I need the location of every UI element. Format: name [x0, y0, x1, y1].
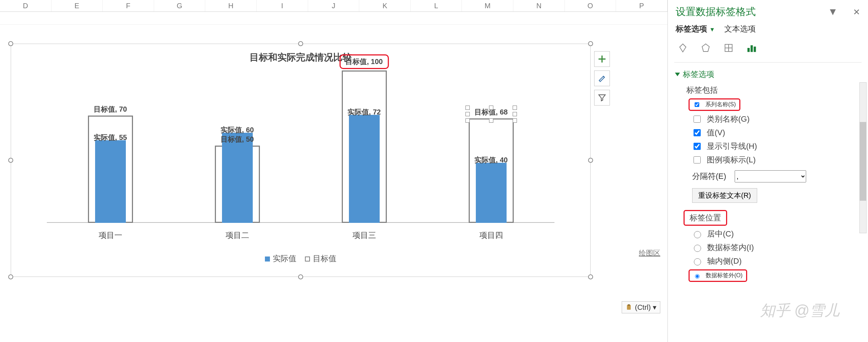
- category-label[interactable]: 项目二: [202, 230, 273, 241]
- reset-label-text-button[interactable]: 重设标签文本(R): [692, 188, 757, 203]
- target-data-label[interactable]: 目标值, 70: [94, 104, 127, 114]
- checkbox-input[interactable]: [694, 143, 701, 150]
- checkbox-value[interactable]: 值(V): [692, 127, 860, 138]
- chart-title[interactable]: 目标和实际完成情况比较: [11, 51, 590, 64]
- chart-elements-button[interactable]: [594, 51, 610, 67]
- actual-bar[interactable]: [95, 140, 126, 223]
- bar-group[interactable]: 目标值, 50实际值, 60项目二: [174, 73, 301, 223]
- pane-title: 设置数据标签格式: [676, 5, 756, 19]
- worksheet[interactable]: D E F G H I J K L M N O P: [0, 0, 667, 342]
- col-head[interactable]: F: [103, 0, 154, 11]
- checkbox-show-leader[interactable]: 显示引导线(H): [692, 141, 860, 152]
- radio-inside-base[interactable]: 轴内侧(D): [692, 256, 860, 267]
- col-head[interactable]: M: [462, 0, 513, 11]
- resize-handle[interactable]: [8, 158, 13, 163]
- resize-handle[interactable]: [588, 158, 593, 163]
- category-label[interactable]: 项目三: [329, 230, 400, 241]
- close-pane-button[interactable]: ✕: [853, 7, 860, 17]
- checkbox-input[interactable]: [694, 116, 701, 123]
- checkbox-legend-key[interactable]: 图例项标示(L): [692, 155, 860, 165]
- column-headers[interactable]: D E F G H I J K L M N O P: [0, 0, 667, 12]
- bar-group[interactable]: 目标值, 68实际值, 40项目四: [428, 73, 554, 223]
- resize-handle[interactable]: [298, 41, 303, 46]
- col-head[interactable]: P: [616, 0, 667, 11]
- resize-handle[interactable]: [588, 41, 593, 46]
- label-selection-handle[interactable]: [465, 118, 470, 123]
- col-head[interactable]: E: [51, 0, 103, 11]
- legend-label: 实际值: [273, 254, 296, 263]
- label-options-icon[interactable]: [744, 41, 759, 55]
- svg-rect-3: [628, 304, 630, 306]
- plotarea-link[interactable]: 绘图区: [639, 248, 660, 258]
- radio-input[interactable]: [694, 231, 701, 238]
- radio-inside-end[interactable]: 数据标签内(I): [692, 242, 860, 253]
- col-head[interactable]: I: [257, 0, 308, 11]
- actual-data-label[interactable]: 实际值, 72: [347, 107, 381, 117]
- label-selection-handle[interactable]: [489, 118, 493, 123]
- category-label[interactable]: 项目一: [75, 230, 146, 241]
- chart-object[interactable]: 目标和实际完成情况比较 目标值, 70实际值, 55项目一目标值, 50实际值,…: [11, 44, 591, 277]
- col-head[interactable]: G: [154, 0, 206, 11]
- chart-styles-button[interactable]: [594, 70, 610, 86]
- effects-icon[interactable]: [699, 41, 713, 55]
- col-head[interactable]: H: [205, 0, 257, 11]
- section-label-options[interactable]: 标签选项: [676, 69, 860, 80]
- category-label[interactable]: 项目四: [455, 230, 527, 241]
- label-selection-handle[interactable]: [465, 106, 470, 110]
- pane-scrollbar[interactable]: [859, 82, 867, 233]
- checkbox-input[interactable]: [695, 102, 699, 107]
- separator-select[interactable]: ,: [735, 170, 806, 182]
- checkbox-input[interactable]: [694, 156, 701, 163]
- actual-bar[interactable]: [476, 163, 507, 223]
- format-data-labels-pane: 设置数据标签格式 ▼ ✕ 标签选项 ▼ 文本选项 标签选项 标签包括 系列名称(…: [667, 0, 868, 342]
- label-selection-handle[interactable]: [513, 112, 517, 116]
- actual-bar[interactable]: [349, 115, 380, 223]
- actual-bar[interactable]: [222, 133, 253, 223]
- actual-data-label[interactable]: 实际值, 60: [221, 125, 254, 135]
- col-head[interactable]: D: [0, 0, 51, 11]
- target-data-label[interactable]: 目标值, 100: [339, 54, 389, 69]
- bar-group[interactable]: 目标值, 100实际值, 72项目三: [301, 73, 428, 223]
- checkbox-category-name[interactable]: 类别名称(G): [692, 114, 860, 124]
- pane-icon-tabs: [668, 39, 868, 62]
- paste-options-label: (Ctrl) ▾: [635, 303, 656, 312]
- col-head[interactable]: J: [308, 0, 360, 11]
- grid[interactable]: 目标和实际完成情况比较 目标值, 70实际值, 55项目一目标值, 50实际值,…: [0, 11, 667, 342]
- col-head[interactable]: N: [513, 0, 565, 11]
- label-selection-handle[interactable]: [489, 106, 493, 110]
- col-head[interactable]: O: [565, 0, 616, 11]
- chart-filters-button[interactable]: [594, 90, 610, 106]
- radio-input[interactable]: [695, 274, 700, 279]
- radio-input[interactable]: [694, 258, 701, 265]
- col-head[interactable]: K: [359, 0, 411, 11]
- radio-input[interactable]: [694, 245, 701, 252]
- resize-handle[interactable]: [8, 41, 13, 46]
- section-label-position[interactable]: 标签位置: [684, 210, 727, 226]
- scrollbar-thumb[interactable]: [860, 122, 866, 201]
- pane-dropdown-icon[interactable]: ▼: [828, 6, 838, 17]
- actual-data-label[interactable]: 实际值, 55: [94, 133, 127, 142]
- label-selection-handle[interactable]: [513, 106, 517, 110]
- svg-rect-10: [754, 47, 756, 52]
- actual-data-label[interactable]: 实际值, 40: [474, 155, 508, 165]
- size-props-icon[interactable]: [721, 41, 736, 55]
- resize-handle[interactable]: [588, 274, 593, 279]
- checkbox-series-name[interactable]: 系列名称(S): [689, 98, 740, 111]
- resize-handle[interactable]: [298, 274, 303, 279]
- checkbox-input[interactable]: [694, 129, 701, 136]
- tab-text-options[interactable]: 文本选项: [724, 24, 756, 34]
- label-selection-handle[interactable]: [513, 118, 517, 123]
- separator-label: 分隔符(E): [692, 171, 726, 182]
- plot-area[interactable]: 目标值, 70实际值, 55项目一目标值, 50实际值, 60项目二目标值, 1…: [47, 73, 554, 223]
- legend[interactable]: 实际值 目标值: [11, 253, 590, 264]
- resize-handle[interactable]: [8, 274, 13, 279]
- radio-outside-end[interactable]: 数据标签外(O): [689, 269, 747, 282]
- tab-label-options[interactable]: 标签选项 ▼: [676, 24, 715, 34]
- fill-line-icon[interactable]: [676, 41, 690, 55]
- bar-group[interactable]: 目标值, 70实际值, 55项目一: [47, 73, 174, 223]
- target-data-label[interactable]: 目标值, 50: [221, 135, 254, 144]
- label-selection-handle[interactable]: [465, 112, 470, 116]
- paste-options-button[interactable]: (Ctrl) ▾: [622, 301, 660, 313]
- radio-center[interactable]: 居中(C): [692, 229, 860, 239]
- col-head[interactable]: L: [411, 0, 462, 11]
